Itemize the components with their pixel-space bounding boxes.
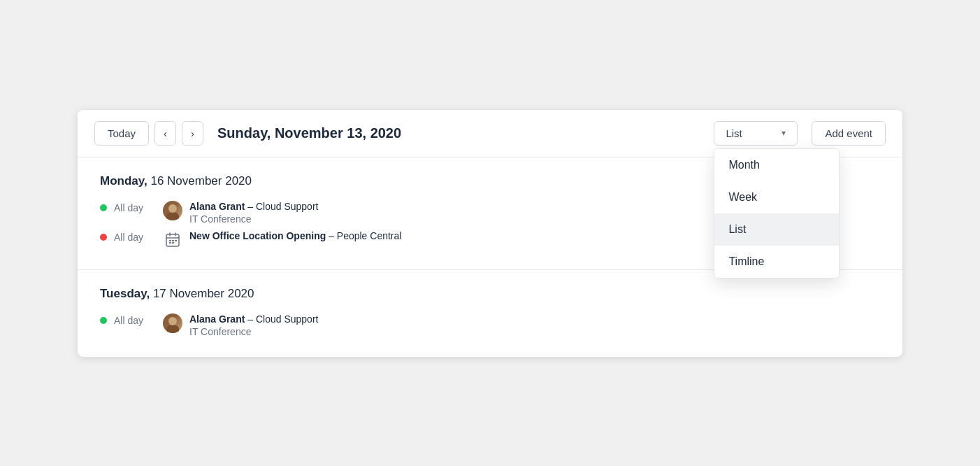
event-dot-red: [100, 234, 107, 241]
svg-rect-5: [172, 240, 174, 241]
event-subtitle: IT Conference: [189, 213, 318, 225]
event-dot-green: [100, 204, 107, 211]
svg-rect-8: [172, 242, 174, 243]
calendar-icon: [163, 230, 182, 250]
toolbar: Today ‹ › Sunday, November 13, 2020 List…: [78, 110, 902, 157]
dropdown-item-week[interactable]: Week: [714, 181, 839, 213]
day-date-monday: 16 November 2020: [150, 174, 252, 188]
event-name-bold: Alana Grant: [189, 313, 245, 325]
dropdown-item-timeline[interactable]: Timline: [714, 246, 839, 278]
view-selector: List ▾ Month Week List Timline: [714, 121, 798, 146]
prev-button[interactable]: ‹: [154, 121, 176, 146]
event-subtitle: IT Conference: [189, 326, 318, 337]
event-name-bold: Alana Grant: [189, 201, 245, 212]
avatar-person: [163, 201, 182, 220]
event-time: All day: [114, 202, 163, 213]
day-heading-tuesday: Tuesday, 17 November 2020: [100, 287, 880, 301]
calendar-container: Today ‹ › Sunday, November 13, 2020 List…: [78, 110, 902, 357]
event-info: New Office Location Opening – People Cen…: [189, 230, 401, 241]
day-name-tuesday: Tuesday,: [100, 287, 150, 300]
chevron-down-icon: ▾: [781, 128, 786, 138]
next-button[interactable]: ›: [182, 121, 203, 146]
event-dot-green: [100, 317, 107, 324]
event-title: Alana Grant – Cloud Support: [189, 313, 318, 325]
event-info: Alana Grant – Cloud Support IT Conferenc…: [189, 313, 318, 337]
svg-rect-7: [169, 242, 171, 243]
dropdown-item-month[interactable]: Month: [714, 149, 839, 181]
avatar-person: [163, 313, 182, 333]
svg-rect-4: [169, 240, 171, 241]
event-info: Alana Grant – Cloud Support IT Conferenc…: [189, 201, 318, 225]
event-name-bold: New Office Location Opening: [189, 230, 326, 241]
event-row: All day Alana Grant – Cloud Support IT C…: [100, 313, 880, 337]
event-title: Alana Grant – Cloud Support: [189, 201, 318, 212]
view-dropdown-menu: Month Week List Timline: [714, 148, 840, 278]
day-date-tuesday: 17 November 2020: [153, 287, 254, 300]
view-dropdown-button[interactable]: List ▾: [714, 121, 798, 146]
svg-rect-6: [175, 240, 177, 241]
event-name-rest: – Cloud Support: [247, 201, 318, 212]
view-label: List: [726, 127, 742, 139]
add-event-button[interactable]: Add event: [812, 121, 886, 146]
event-name-rest: – Cloud Support: [247, 313, 318, 325]
dropdown-item-list[interactable]: List: [714, 213, 839, 246]
event-time: All day: [114, 232, 163, 243]
current-date: Sunday, November 13, 2020: [217, 125, 708, 141]
event-name-rest: – People Central: [329, 230, 401, 241]
today-button[interactable]: Today: [94, 121, 149, 146]
day-section-tuesday: Tuesday, 17 November 2020 All day Alana …: [78, 270, 902, 357]
event-title: New Office Location Opening – People Cen…: [189, 230, 401, 241]
event-time: All day: [114, 315, 163, 326]
day-name-monday: Monday,: [100, 174, 147, 188]
